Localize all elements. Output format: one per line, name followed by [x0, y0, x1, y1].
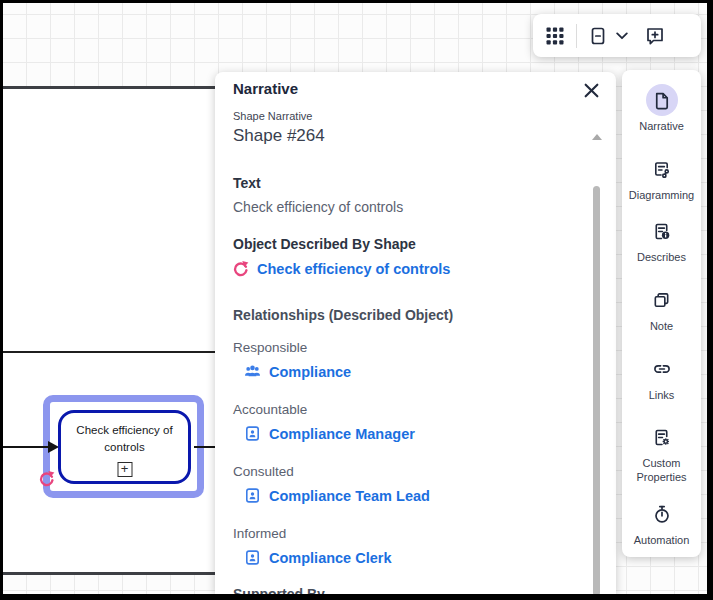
diagram-canvas[interactable]: Check efficiency of controls + — [3, 3, 707, 594]
relationships-heading: Relationships (Described Object) — [233, 307, 453, 323]
relationship-role: Informed — [233, 526, 286, 541]
text-section-heading: Text — [233, 175, 261, 191]
diagram-doc-icon — [652, 160, 671, 179]
shape-narrative-label: Shape Narrative — [233, 110, 313, 122]
doc-info-icon — [652, 222, 671, 241]
sidebar-item-describes[interactable]: Describes — [622, 215, 701, 264]
relationship-role: Responsible — [233, 340, 307, 355]
relationship-link-row[interactable]: Compliance Clerk — [244, 549, 392, 566]
stopwatch-icon — [652, 504, 672, 524]
chevron-down-icon[interactable] — [616, 32, 628, 40]
close-icon[interactable] — [583, 82, 601, 100]
relationship-role: Accountable — [233, 402, 307, 417]
panel-scrollbar[interactable] — [593, 186, 600, 594]
incoming-flow-line — [3, 446, 48, 448]
top-toolbar — [533, 14, 701, 57]
copy-pages-icon — [652, 291, 671, 310]
role-card-icon — [244, 487, 261, 504]
panel-title: Narrative — [233, 80, 298, 97]
task-shape-check-efficiency[interactable]: Check efficiency of controls + — [58, 410, 191, 484]
document-icon[interactable] — [588, 26, 608, 46]
relationship-role: Consulted — [233, 464, 294, 479]
sidebar-item-links[interactable]: Links — [622, 353, 701, 402]
object-section-heading: Object Described By Shape — [233, 236, 416, 252]
team-icon — [244, 363, 261, 380]
relationship-link[interactable]: Compliance Manager — [269, 426, 415, 442]
waffle-grid-icon[interactable] — [546, 27, 564, 45]
role-card-icon — [244, 425, 261, 442]
object-link-row[interactable]: Check efficiency of controls — [232, 260, 450, 277]
shape-name-field[interactable]: Shape #264 — [233, 126, 325, 146]
process-cycle-icon[interactable] — [38, 470, 55, 487]
toolbar-divider — [576, 24, 577, 48]
process-cycle-icon — [232, 260, 249, 277]
scroll-up-arrow[interactable] — [592, 134, 602, 140]
object-link[interactable]: Check efficiency of controls — [257, 261, 450, 277]
relationship-link[interactable]: Compliance Team Lead — [269, 488, 430, 504]
detail-sidebar: Narrative Diagramming — [622, 70, 701, 557]
sidebar-item-automation[interactable]: Automation — [622, 498, 701, 547]
relationship-link-row[interactable]: Compliance Manager — [244, 425, 415, 442]
page-icon — [652, 91, 671, 110]
relationship-link[interactable]: Compliance Clerk — [269, 550, 392, 566]
role-card-icon — [244, 549, 261, 566]
narrative-panel: Narrative Shape Narrative Shape #264 Tex… — [215, 72, 616, 594]
chain-link-icon — [652, 359, 672, 379]
sidebar-item-narrative[interactable]: Narrative — [622, 84, 701, 133]
relationship-link-row[interactable]: Compliance — [244, 363, 351, 380]
relationship-link[interactable]: Compliance — [269, 364, 351, 380]
sidebar-item-diagramming[interactable]: Diagramming — [622, 153, 701, 202]
add-comment-icon[interactable] — [645, 26, 665, 46]
app-window: Check efficiency of controls + — [0, 0, 713, 600]
text-section-value: Check efficiency of controls — [233, 199, 403, 215]
sidebar-item-custom-properties[interactable]: Custom Properties — [622, 421, 701, 485]
supported-by-heading: Supported By — [233, 586, 325, 594]
relationship-link-row[interactable]: Compliance Team Lead — [244, 487, 430, 504]
doc-gear-icon — [652, 428, 671, 447]
sidebar-item-note[interactable]: Note — [622, 284, 701, 333]
subprocess-expand-marker[interactable]: + — [117, 462, 132, 477]
task-shape-label: Check efficiency of controls — [67, 422, 183, 455]
